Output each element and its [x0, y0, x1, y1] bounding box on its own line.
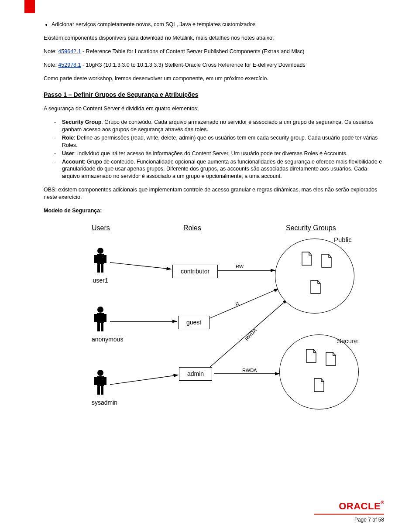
step-1-title: Passo 1 – Definir Grupos de Segurança e … [44, 91, 384, 99]
note-2-prefix: Note: [44, 62, 58, 68]
note-2: Note: 452978.1 - 10gR3 (10.1.3.3.0 to 10… [44, 61, 384, 69]
svg-rect-15 [94, 314, 97, 322]
svg-point-19 [97, 370, 103, 376]
perm-label-rwda-secure: RWDA [242, 367, 257, 374]
def-security-group-term: Security Group [62, 119, 101, 125]
document-icon [301, 252, 313, 266]
svg-rect-11 [97, 264, 100, 273]
svg-rect-18 [101, 323, 103, 331]
user-icon-anonymous: anonymous [92, 306, 109, 344]
user-icon-sysadmin: sysadmin [92, 369, 109, 407]
svg-point-7 [97, 248, 103, 254]
note-2-link[interactable]: 452978.1 [58, 62, 81, 68]
column-header-roles: Roles [183, 223, 201, 233]
document-icon [321, 254, 332, 268]
registered-mark-icon: ® [381, 500, 384, 505]
svg-line-2 [110, 375, 178, 385]
def-account-text: : Grupo de conteúdo. Funcionalidade opci… [62, 159, 382, 180]
svg-line-0 [110, 263, 171, 269]
svg-line-4 [210, 289, 278, 318]
def-role-term: Role [62, 135, 74, 141]
oracle-logo-underline [314, 514, 384, 515]
def-user: User: Indivíduo que irá ter acesso às in… [54, 150, 384, 157]
oracle-logo-text: ORACLE [339, 501, 381, 512]
def-security-group-text: : Grupo de conteúdo. Cada arquivo armaze… [62, 119, 374, 133]
def-role-text: : Define as permissões (read, write, del… [62, 135, 378, 148]
note-1-suffix: - Reference Table for Locations of Conte… [81, 48, 305, 55]
svg-rect-10 [104, 255, 106, 263]
def-role: Role: Define as permissões (read, write,… [54, 134, 384, 149]
group-label-public: Public [334, 235, 352, 244]
group-circle-public [275, 239, 354, 314]
note-2-suffix: - 10gR3 (10.1.3.3.0 to 10.1.3.3.3) Stell… [81, 62, 306, 68]
user-label-user1: user1 [92, 276, 109, 285]
svg-rect-16 [104, 314, 106, 322]
group-label-secure: Secure [337, 337, 358, 345]
svg-rect-24 [101, 386, 103, 395]
svg-rect-9 [94, 255, 97, 263]
page-number: Page 7 of 58 [314, 516, 384, 523]
page-footer: ORACLE® Page 7 of 58 [314, 500, 384, 523]
feature-bullet-list: Adicionar serviços completamente novos, … [52, 21, 384, 28]
document-icon [313, 378, 325, 392]
svg-rect-12 [101, 264, 103, 273]
svg-rect-20 [97, 376, 104, 386]
perm-label-rw: RW [236, 263, 244, 270]
security-definitions: Security Group: Grupo de conteúdo. Cada … [44, 119, 384, 180]
security-model-heading: Modelo de Segurança: [44, 207, 384, 215]
svg-rect-8 [97, 254, 104, 264]
def-user-text: : Indivíduo que irá ter acesso às inform… [74, 150, 348, 157]
workshop-note: Como parte deste workshop, iremos desenv… [44, 75, 384, 82]
svg-rect-17 [97, 323, 100, 331]
def-security-group: Security Group: Grupo de conteúdo. Cada … [54, 119, 384, 133]
page-content: Adicionar serviços completamente novos, … [0, 0, 419, 415]
user-icon-user1: user1 [92, 247, 109, 285]
role-box-admin: admin [179, 367, 212, 381]
security-model-diagram: Users Roles Security Groups [70, 223, 375, 415]
oracle-logo: ORACLE® [314, 500, 384, 513]
perm-label-r: R [234, 300, 240, 308]
components-intro: Existem componentes disponíveis para dow… [44, 34, 384, 42]
svg-rect-14 [97, 313, 104, 323]
role-box-guest: guest [178, 316, 210, 329]
user-label-sysadmin: sysadmin [92, 399, 109, 407]
document-icon [306, 349, 317, 363]
note-1-prefix: Note: [44, 48, 58, 55]
security-model-heading-text: Modelo de Segurança: [44, 208, 102, 214]
feature-bullet: Adicionar serviços completamente novos, … [52, 21, 384, 28]
def-account: Account: Grupo de conteúdo. Funcionalida… [54, 158, 384, 181]
svg-rect-22 [104, 377, 106, 385]
security-intro: A segurança do Content Server é dividida… [44, 105, 384, 113]
column-header-users: Users [92, 223, 110, 233]
note-1-link[interactable]: 459642.1 [58, 48, 81, 55]
svg-point-13 [97, 307, 103, 313]
perm-label-rwda-public: RWDA [244, 327, 258, 342]
svg-rect-21 [94, 377, 97, 385]
document-icon [325, 352, 337, 366]
column-header-security-groups: Security Groups [286, 223, 336, 233]
note-1: Note: 459642.1 - Reference Table for Loc… [44, 48, 384, 55]
header-red-tab [24, 0, 35, 13]
obs-note: OBS: existem componentes adicionais que … [44, 186, 384, 201]
def-user-term: User [62, 150, 74, 157]
document-icon [310, 280, 321, 294]
def-account-term: Account [62, 159, 84, 165]
user-label-anonymous: anonymous [92, 335, 109, 344]
svg-rect-23 [97, 386, 100, 395]
role-box-contributor: contributor [172, 265, 218, 278]
group-circle-secure [279, 334, 359, 409]
